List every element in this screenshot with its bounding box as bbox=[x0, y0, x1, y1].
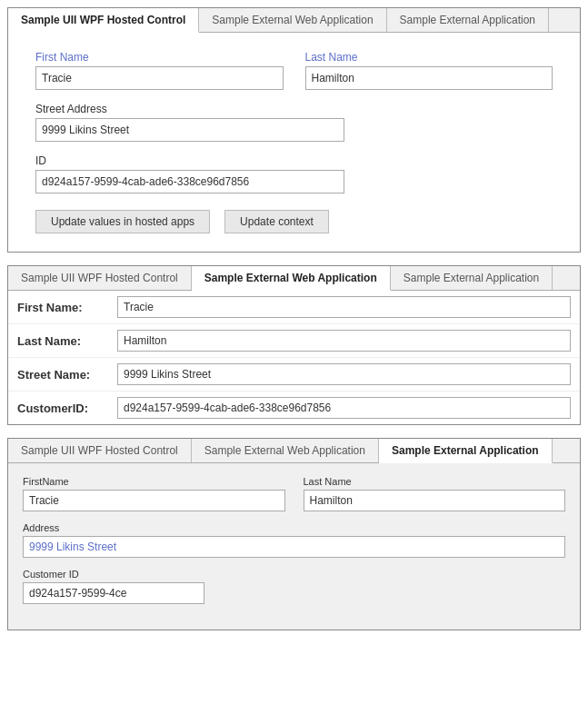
panel2-tab-external[interactable]: Sample External Application bbox=[391, 266, 553, 290]
panel1-id-row: ID bbox=[35, 154, 553, 193]
p3-customerid-label: Customer ID bbox=[23, 569, 565, 580]
p3-address-group: Address bbox=[23, 522, 565, 558]
p3-address-row: Address bbox=[23, 522, 565, 558]
panel1-btn-row: Update values in hosted apps Update cont… bbox=[35, 210, 553, 233]
panel1-firstname-group: First Name bbox=[35, 51, 284, 90]
panel1-address-label: Street Address bbox=[35, 103, 553, 115]
panel1-id-group: ID bbox=[35, 154, 553, 193]
p2-customerid-input[interactable] bbox=[117, 397, 571, 419]
panel1-lastname-input[interactable] bbox=[305, 66, 553, 90]
panel1-lastname-group: Last Name bbox=[305, 51, 553, 90]
p3-lastname-input[interactable] bbox=[304, 490, 566, 511]
p2-customerid-label: CustomerID: bbox=[17, 402, 117, 415]
panel1-tab-bar: Sample UII WPF Hosted Control Sample Ext… bbox=[8, 8, 580, 33]
panel3-content: FirstName Last Name Address Customer ID bbox=[8, 463, 580, 630]
p3-name-row: FirstName Last Name bbox=[23, 476, 565, 511]
panel3-tab-external[interactable]: Sample External Application bbox=[379, 439, 553, 463]
panel2-tab-web[interactable]: Sample External Web Application bbox=[192, 266, 391, 291]
panel2-tab-bar: Sample UII WPF Hosted Control Sample Ext… bbox=[8, 266, 580, 291]
p2-row-lastname: Last Name: bbox=[8, 324, 580, 358]
p3-lastname-group: Last Name bbox=[304, 476, 566, 511]
panel1-id-label: ID bbox=[35, 154, 553, 167]
panel-1: Sample UII WPF Hosted Control Sample Ext… bbox=[7, 7, 581, 253]
panel1-tab-wpf[interactable]: Sample UII WPF Hosted Control bbox=[8, 8, 199, 33]
p3-address-input[interactable] bbox=[23, 536, 565, 558]
panel1-id-input[interactable] bbox=[35, 170, 344, 193]
p2-lastname-label: Last Name: bbox=[17, 334, 117, 348]
panel1-address-row: Street Address bbox=[35, 103, 553, 142]
panel1-firstname-input[interactable] bbox=[35, 66, 284, 90]
p3-firstname-label: FirstName bbox=[23, 476, 285, 487]
p2-row-customerid: CustomerID: bbox=[8, 392, 580, 424]
panel3-tab-bar: Sample UII WPF Hosted Control Sample Ext… bbox=[8, 439, 580, 463]
p3-customerid-group: Customer ID bbox=[23, 569, 565, 604]
panel-3: Sample UII WPF Hosted Control Sample Ext… bbox=[7, 438, 581, 630]
update-hosted-button[interactable]: Update values in hosted apps bbox=[35, 210, 210, 233]
p2-lastname-input[interactable] bbox=[117, 330, 571, 352]
panel3-tab-web[interactable]: Sample External Web Application bbox=[192, 439, 379, 462]
p2-street-input[interactable] bbox=[117, 363, 571, 385]
panel1-address-group: Street Address bbox=[35, 103, 553, 142]
panel3-tab-wpf[interactable]: Sample UII WPF Hosted Control bbox=[8, 439, 192, 462]
p3-address-label: Address bbox=[23, 522, 565, 533]
panel1-address-input[interactable] bbox=[35, 118, 344, 142]
panel1-name-row: First Name Last Name bbox=[35, 51, 553, 90]
p2-row-street: Street Name: bbox=[8, 358, 580, 392]
panel1-content: First Name Last Name Street Address ID U… bbox=[8, 33, 580, 252]
p2-street-label: Street Name: bbox=[17, 368, 117, 382]
p3-customerid-input[interactable] bbox=[23, 582, 204, 604]
panel2-content: First Name: Last Name: Street Name: Cust… bbox=[8, 291, 580, 424]
panel1-lastname-label: Last Name bbox=[305, 51, 553, 64]
panel1-firstname-label: First Name bbox=[35, 51, 284, 64]
p2-row-firstname: First Name: bbox=[8, 291, 580, 324]
p2-firstname-label: First Name: bbox=[17, 301, 117, 314]
panel2-tab-wpf[interactable]: Sample UII WPF Hosted Control bbox=[8, 266, 192, 290]
p3-firstname-input[interactable] bbox=[23, 490, 285, 511]
panel-2: Sample UII WPF Hosted Control Sample Ext… bbox=[7, 265, 581, 425]
p3-firstname-group: FirstName bbox=[23, 476, 285, 511]
p3-lastname-label: Last Name bbox=[304, 476, 566, 487]
update-context-button[interactable]: Update context bbox=[224, 210, 329, 233]
p3-customerid-row: Customer ID bbox=[23, 569, 565, 604]
p2-firstname-input[interactable] bbox=[117, 296, 571, 318]
panel1-tab-web[interactable]: Sample External Web Application bbox=[199, 8, 386, 32]
panel1-tab-external[interactable]: Sample External Application bbox=[387, 8, 549, 32]
